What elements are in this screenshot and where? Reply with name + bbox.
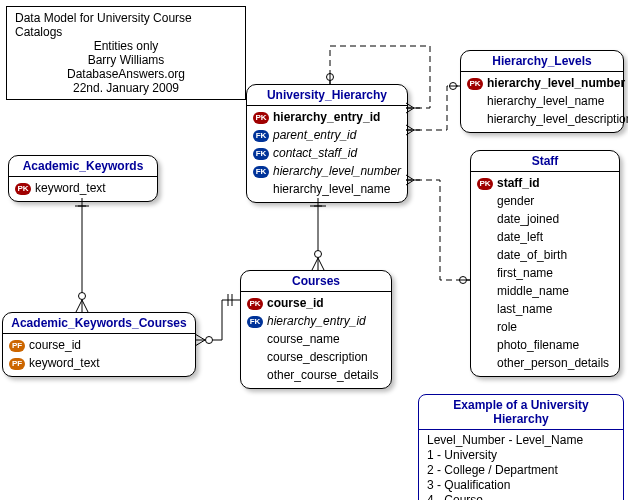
attr-row: PKhierarchy_level_number (461, 74, 623, 92)
entity-academic-keywords-courses: Academic_Keywords_Courses PFcourse_id PF… (2, 312, 196, 377)
attr-row: other_person_details (471, 354, 619, 372)
fk-icon: FK (247, 316, 263, 328)
example-line: 1 - University (427, 448, 615, 463)
entity-title: Staff (471, 151, 619, 172)
svg-point-2 (450, 83, 457, 90)
entity-title: Hierarchy_Levels (461, 51, 623, 72)
fk-icon: FK (253, 130, 269, 142)
attr-text: staff_id (497, 176, 540, 190)
attr-text: hierarchy_level_description (487, 112, 628, 126)
pf-icon: PF (9, 358, 25, 370)
pf-icon: PF (9, 340, 25, 352)
title-line: Barry Williams (15, 53, 237, 67)
entity-staff: Staff PKstaff_id gender date_joined date… (470, 150, 620, 377)
attr-text: course_id (267, 296, 324, 310)
attr-row: last_name (471, 300, 619, 318)
entity-courses: Courses PKcourse_id FKhierarchy_entry_id… (240, 270, 392, 389)
attr-text: hierarchy_level_name (487, 94, 604, 108)
title-line: Entities only (15, 39, 237, 53)
pk-icon: PK (247, 298, 263, 310)
entity-title: University_Hierarchy (247, 85, 407, 106)
attr-text: hierarchy_level_number (273, 164, 401, 178)
attr-row: PKkeyword_text (9, 179, 157, 197)
example-line: 4 - Course (427, 493, 615, 500)
attr-text: keyword_text (35, 181, 106, 195)
svg-point-4 (460, 277, 467, 284)
attr-text: contact_staff_id (273, 146, 357, 160)
attr-row: course_name (241, 330, 391, 348)
diagram-title-box: Data Model for University Course Catalog… (6, 6, 246, 100)
attr-text: date_left (497, 230, 543, 244)
attr-row: PKstaff_id (471, 174, 619, 192)
attr-text: photo_filename (497, 338, 579, 352)
attr-text: course_description (267, 350, 368, 364)
attr-text: first_name (497, 266, 553, 280)
attr-row: PKhierarchy_entry_id (247, 108, 407, 126)
pk-icon: PK (15, 183, 31, 195)
attr-row: hierarchy_level_name (461, 92, 623, 110)
attr-row: gender (471, 192, 619, 210)
pk-icon: PK (467, 78, 483, 90)
attr-row: middle_name (471, 282, 619, 300)
attr-text: hierarchy_entry_id (273, 110, 380, 124)
attr-text: parent_entry_id (273, 128, 356, 142)
attr-row: hierarchy_level_name (247, 180, 407, 198)
attr-row: role (471, 318, 619, 336)
attr-text: course_id (29, 338, 81, 352)
attr-text: course_name (267, 332, 340, 346)
entity-title: Academic_Keywords_Courses (3, 313, 195, 334)
attr-row: photo_filename (471, 336, 619, 354)
attr-text: other_course_details (267, 368, 378, 382)
entity-university-hierarchy: University_Hierarchy PKhierarchy_entry_i… (246, 84, 408, 203)
svg-point-9 (315, 251, 322, 258)
attr-text: hierarchy_entry_id (267, 314, 366, 328)
fk-icon: FK (253, 148, 269, 160)
attr-row: PFkeyword_text (3, 354, 195, 372)
attr-row: first_name (471, 264, 619, 282)
attr-text: gender (497, 194, 534, 208)
attr-row: date_joined (471, 210, 619, 228)
attr-row: course_description (241, 348, 391, 366)
attr-text: middle_name (497, 284, 569, 298)
entity-hierarchy-levels: Hierarchy_Levels PKhierarchy_level_numbe… (460, 50, 624, 133)
example-title: Example of a University Hierarchy (419, 395, 623, 430)
attr-row: hierarchy_level_description (461, 110, 623, 128)
attr-text: other_person_details (497, 356, 609, 370)
attr-row: FKcontact_staff_id (247, 144, 407, 162)
attr-row: date_left (471, 228, 619, 246)
attr-text: date_of_birth (497, 248, 567, 262)
attr-text: hierarchy_level_name (273, 182, 390, 196)
entity-academic-keywords: Academic_Keywords PKkeyword_text (8, 155, 158, 202)
example-line: 2 - College / Department (427, 463, 615, 478)
attr-text: keyword_text (29, 356, 100, 370)
entity-title: Courses (241, 271, 391, 292)
pk-icon: PK (477, 178, 493, 190)
fk-icon: FK (253, 166, 269, 178)
attr-text: role (497, 320, 517, 334)
attr-text: hierarchy_level_number (487, 76, 625, 90)
example-line: Level_Number - Level_Name (427, 433, 615, 448)
title-line: Data Model for University Course Catalog… (15, 11, 237, 39)
title-line: DatabaseAnswers.org (15, 67, 237, 81)
attr-text: date_joined (497, 212, 559, 226)
pk-icon: PK (253, 112, 269, 124)
attr-row: other_course_details (241, 366, 391, 384)
example-line: 3 - Qualification (427, 478, 615, 493)
attr-row: date_of_birth (471, 246, 619, 264)
attr-text: last_name (497, 302, 552, 316)
example-hierarchy-box: Example of a University Hierarchy Level_… (418, 394, 624, 500)
svg-point-12 (206, 337, 213, 344)
svg-point-0 (327, 74, 334, 81)
svg-point-16 (79, 293, 86, 300)
attr-row: PKcourse_id (241, 294, 391, 312)
title-line: 22nd. January 2009 (15, 81, 237, 95)
attr-row: PFcourse_id (3, 336, 195, 354)
entity-title: Academic_Keywords (9, 156, 157, 177)
attr-row: FKhierarchy_level_number (247, 162, 407, 180)
attr-row: FKhierarchy_entry_id (241, 312, 391, 330)
attr-row: FKparent_entry_id (247, 126, 407, 144)
